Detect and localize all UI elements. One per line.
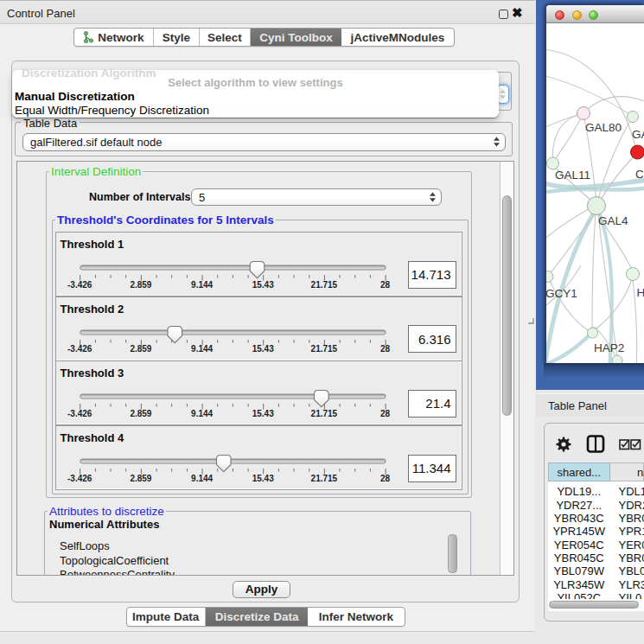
svg-text:GCY1: GCY1 <box>546 287 577 300</box>
svg-text:HAP2: HAP2 <box>594 341 624 354</box>
svg-text:GA: GA <box>632 128 644 141</box>
svg-text:GAL4: GAL4 <box>598 214 628 227</box>
svg-text:C: C <box>635 168 644 181</box>
svg-text:GAL80: GAL80 <box>585 121 622 134</box>
svg-text:H: H <box>637 286 644 299</box>
svg-text:GAL11: GAL11 <box>555 169 590 182</box>
